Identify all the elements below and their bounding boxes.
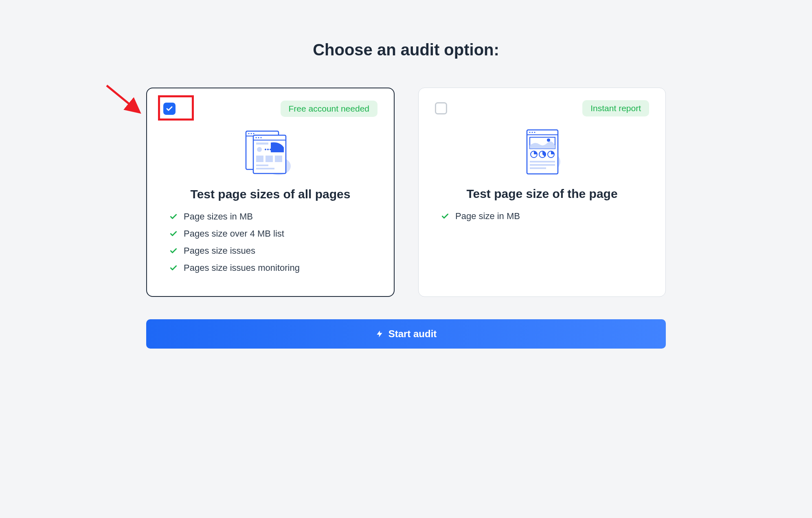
svg-point-26 [529,132,531,133]
check-icon [169,264,178,272]
start-audit-button[interactable]: Start audit [146,319,666,349]
svg-point-5 [248,133,250,134]
svg-rect-13 [256,143,268,145]
svg-rect-36 [530,167,546,169]
card-header: Instant report [435,100,649,116]
svg-rect-18 [256,156,263,162]
svg-rect-8 [253,135,286,173]
svg-rect-35 [530,164,555,166]
svg-rect-34 [530,161,555,162]
svg-point-15 [265,149,266,150]
list-item: Pages size issues [163,246,377,256]
illustration-single-page-icon [435,128,649,177]
svg-rect-21 [256,165,268,166]
annotation-arrow-icon [105,83,145,120]
checkbox-checked[interactable] [163,103,176,115]
card-header: Free account needed [163,101,377,117]
card-title: Test page size of the page [435,187,649,201]
feature-text: Pages size issues monitoring [184,263,300,273]
feature-text: Page size in MB [455,211,520,222]
page-title: Choose an audit option: [145,41,667,59]
svg-point-16 [267,149,269,150]
feature-list: Page size in MB [435,211,649,222]
feature-text: Pages size issues [184,246,255,256]
svg-point-14 [257,147,262,152]
svg-rect-20 [275,156,282,162]
lightning-icon [375,329,384,338]
svg-point-30 [547,138,550,142]
audit-option-all-pages[interactable]: Free account needed [146,88,395,297]
svg-point-10 [256,137,257,138]
card-title: Test page sizes of all pages [163,187,377,201]
svg-point-6 [251,133,252,134]
svg-point-27 [532,132,533,133]
check-icon [169,247,178,255]
checkbox-unchecked[interactable] [435,102,447,114]
badge-instant-report: Instant report [582,100,649,116]
feature-list: Page sizes in MB Pages size over 4 MB li… [163,211,377,273]
button-label: Start audit [388,328,437,340]
check-icon [166,105,173,112]
illustration-multi-page-icon [163,128,377,177]
svg-point-7 [253,133,255,134]
svg-rect-19 [266,156,273,162]
list-item: Page size in MB [435,211,649,222]
check-icon [441,212,449,220]
svg-point-17 [270,149,271,150]
feature-text: Pages size over 4 MB list [184,228,284,239]
feature-text: Page sizes in MB [184,211,253,222]
cards-row: Free account needed [145,88,667,297]
list-item: Page sizes in MB [163,211,377,222]
badge-free-account: Free account needed [281,101,377,117]
svg-line-1 [107,86,138,111]
svg-point-28 [534,132,535,133]
check-icon [169,213,178,221]
svg-point-12 [261,137,262,138]
list-item: Pages size over 4 MB list [163,228,377,239]
list-item: Pages size issues monitoring [163,263,377,273]
audit-option-single-page[interactable]: Instant report [418,88,666,297]
svg-rect-22 [256,168,274,169]
svg-point-11 [258,137,259,138]
check-icon [169,230,178,238]
